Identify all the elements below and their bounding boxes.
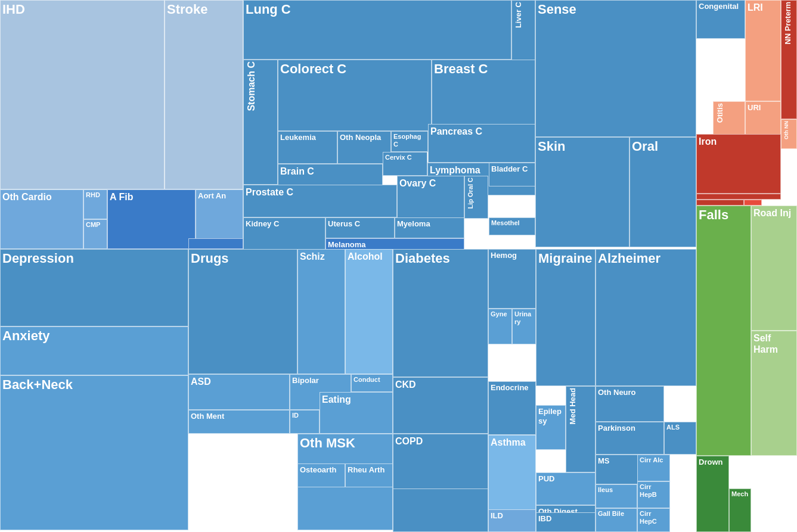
gyne[interactable]: Gyne [488, 309, 512, 344]
sense-label: Sense [536, 1, 578, 18]
leukemia-label: Leukemia [278, 132, 318, 144]
med-head[interactable]: Med Head [566, 386, 596, 472]
self-harm[interactable]: Self Harm [751, 331, 797, 456]
stomach-c[interactable]: Stomach C [243, 60, 278, 185]
pancreas-c[interactable]: Pancreas C [428, 124, 535, 163]
ckd[interactable]: CKD [393, 377, 488, 434]
gall-bile[interactable]: Gall Bile [596, 508, 637, 532]
oth-msk-label: Oth MSK [298, 434, 357, 452]
ovary-c[interactable]: Ovary C [397, 176, 464, 219]
ild[interactable]: ILD [488, 509, 536, 532]
gall-bile-label: Gall Bile [596, 509, 626, 519]
a-fib-label: A Fib [108, 190, 135, 204]
red1[interactable] [696, 194, 781, 200]
colorect-c[interactable]: Colorect C [278, 60, 432, 131]
red3[interactable] [744, 200, 762, 206]
copd[interactable]: COPD [393, 434, 488, 493]
oth-ment[interactable]: Oth Ment [188, 410, 290, 434]
ileus[interactable]: Ileus [596, 484, 637, 508]
bladder-c[interactable]: Bladder C [489, 163, 535, 186]
liver-c-label: Liver C [512, 1, 525, 29]
cirr-hepb[interactable]: Cirr HepB [637, 481, 670, 508]
congenital[interactable]: Congenital [696, 0, 745, 39]
rheu-arth[interactable]: Rheu Arth [345, 463, 393, 487]
sense[interactable]: Sense [535, 0, 696, 137]
lip-oral-c[interactable]: Lip Oral C [464, 176, 488, 219]
road-inj-label: Road Inj [752, 206, 793, 220]
d2[interactable] [393, 489, 488, 532]
cirr-alc[interactable]: Cirr Alc [637, 455, 670, 481]
esophag-c[interactable]: Esophag C [391, 131, 428, 152]
a-fib[interactable]: A Fib [107, 189, 196, 249]
anxiety[interactable]: Anxiety [0, 326, 188, 375]
stroke[interactable]: Stroke [165, 0, 243, 189]
oth-neuro[interactable]: Oth Neuro [596, 386, 664, 422]
migraine[interactable]: Migraine [536, 249, 596, 386]
back-neck[interactable]: Back+Neck [0, 375, 188, 530]
conduct[interactable]: Conduct [351, 374, 393, 392]
ibd2[interactable]: IBD [536, 512, 596, 532]
alzheimer[interactable]: Alzheimer [596, 249, 696, 386]
skin[interactable]: Skin [535, 137, 629, 247]
epilepsy[interactable]: Epilepsy [536, 405, 566, 450]
falls[interactable]: Falls [696, 206, 751, 456]
oth-nn[interactable]: Oth NN [781, 119, 797, 149]
liver-c[interactable]: Liver C [511, 0, 535, 64]
asd-label: ASD [189, 375, 213, 388]
oral[interactable]: Oral [629, 137, 696, 247]
road-inj[interactable]: Road Inj [751, 206, 797, 331]
oth-ment-label: Oth Ment [189, 410, 226, 422]
asthma[interactable]: Asthma [488, 435, 536, 512]
drown-label: Drown [697, 456, 724, 468]
oth-neopla-label: Oth Neopla [338, 132, 383, 144]
eating-label: Eating [320, 393, 353, 406]
mech[interactable]: Mech [729, 489, 751, 532]
cervix-c[interactable]: Cervix C [383, 152, 427, 176]
breast-c[interactable]: Breast C [432, 60, 535, 131]
asd[interactable]: ASD [188, 374, 290, 410]
iron-label: Iron [697, 135, 718, 148]
aort-an-label: Aort An [196, 190, 228, 202]
melanoma[interactable]: Melanoma [325, 238, 464, 250]
drugs[interactable]: Drugs [188, 249, 297, 374]
colorect-c-label: Colorect C [278, 60, 348, 78]
leukemia[interactable]: Leukemia [278, 131, 337, 164]
oth-nn-label: Oth NN [782, 120, 792, 141]
parkinson[interactable]: Parkinson [596, 422, 664, 455]
cirr-hepc[interactable]: Cirr HepC [637, 508, 670, 532]
alcohol[interactable]: Alcohol [345, 249, 393, 374]
als-label: ALS [665, 422, 681, 433]
iron[interactable]: Iron [696, 134, 781, 194]
eating[interactable]: Eating [320, 392, 393, 434]
myeloma[interactable]: Myeloma [395, 217, 464, 238]
osteoarth-label: Osteoarth [298, 464, 338, 476]
als[interactable]: ALS [664, 422, 696, 455]
hemog[interactable]: Hemog [488, 249, 536, 309]
kidney-c[interactable]: Kidney C [243, 217, 325, 250]
oth-cardio-label: Oth Cardio [1, 190, 54, 204]
mesothel[interactable]: Mesothel [489, 217, 535, 235]
schiz[interactable]: Schiz [297, 249, 345, 374]
lri[interactable]: LRI [745, 0, 781, 101]
red2[interactable] [696, 200, 744, 206]
endocrine-label: Endocrine [489, 382, 531, 394]
prostate-c-label: Prostate C [244, 185, 295, 199]
endocrine[interactable]: Endocrine [488, 381, 536, 435]
osteoarth[interactable]: Osteoarth [297, 463, 345, 487]
conduct-label: Conduct [352, 375, 382, 385]
depression[interactable]: Depression [0, 249, 188, 326]
d1[interactable] [188, 238, 243, 249]
nn-preterm[interactable]: NN Preterm [781, 0, 797, 119]
diabetes[interactable]: Diabetes [393, 249, 488, 377]
lung-c[interactable]: Lung C [243, 0, 511, 60]
rhd[interactable]: RHD [83, 189, 107, 219]
prostate-c[interactable]: Prostate C [243, 185, 397, 217]
oth-cardio[interactable]: Oth Cardio [0, 189, 83, 249]
uterus-c[interactable]: Uterus C [325, 217, 395, 238]
cmp[interactable]: CMP [83, 219, 107, 249]
urinary[interactable]: Urinary [512, 309, 536, 344]
id[interactable]: ID [290, 410, 320, 434]
drown[interactable]: Drown [696, 456, 729, 532]
ihd[interactable]: IHD [0, 0, 165, 189]
pud[interactable]: PUD [536, 472, 596, 505]
